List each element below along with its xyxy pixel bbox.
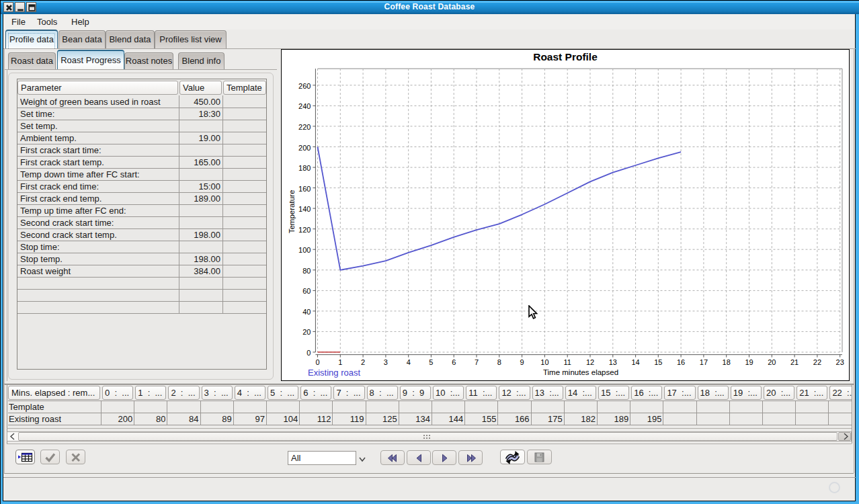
svg-text:7: 7 [475, 358, 479, 366]
svg-text:100: 100 [298, 246, 311, 254]
svg-text:8: 8 [497, 358, 501, 366]
svg-text:20: 20 [302, 328, 311, 336]
svg-text:40: 40 [302, 308, 311, 316]
svg-text:12: 12 [586, 358, 594, 366]
svg-text:11: 11 [563, 358, 571, 366]
svg-text:Temperature: Temperature [288, 190, 296, 234]
svg-text:220: 220 [298, 123, 311, 131]
svg-text:16: 16 [677, 358, 685, 366]
svg-text:20: 20 [768, 358, 776, 366]
svg-text:15: 15 [654, 358, 662, 366]
svg-text:0: 0 [315, 358, 319, 366]
svg-text:260: 260 [298, 82, 311, 90]
svg-text:6: 6 [452, 358, 456, 366]
svg-text:22: 22 [813, 358, 821, 366]
svg-text:60: 60 [302, 287, 311, 295]
svg-text:240: 240 [298, 102, 311, 110]
svg-text:0: 0 [306, 349, 311, 357]
svg-text:2: 2 [361, 358, 365, 366]
svg-text:Roast Profile: Roast Profile [533, 51, 598, 62]
svg-text:4: 4 [407, 358, 411, 366]
svg-text:5: 5 [429, 358, 433, 366]
svg-text:3: 3 [384, 358, 388, 366]
svg-text:180: 180 [298, 164, 311, 172]
svg-text:9: 9 [520, 358, 524, 366]
svg-text:1: 1 [338, 358, 342, 366]
svg-text:140: 140 [298, 205, 311, 213]
svg-text:Existing roast: Existing roast [308, 368, 360, 378]
svg-text:80: 80 [302, 267, 311, 275]
svg-text:23: 23 [836, 358, 844, 366]
svg-text:Time minutes elapsed: Time minutes elapsed [543, 368, 618, 376]
svg-text:160: 160 [298, 185, 311, 193]
svg-text:17: 17 [700, 358, 708, 366]
svg-text:19: 19 [745, 358, 753, 366]
svg-text:10: 10 [540, 358, 548, 366]
svg-text:14: 14 [631, 358, 639, 366]
svg-text:13: 13 [609, 358, 617, 366]
svg-text:120: 120 [298, 226, 311, 234]
svg-text:21: 21 [790, 358, 799, 366]
svg-text:18: 18 [723, 358, 731, 366]
svg-text:200: 200 [298, 144, 311, 152]
